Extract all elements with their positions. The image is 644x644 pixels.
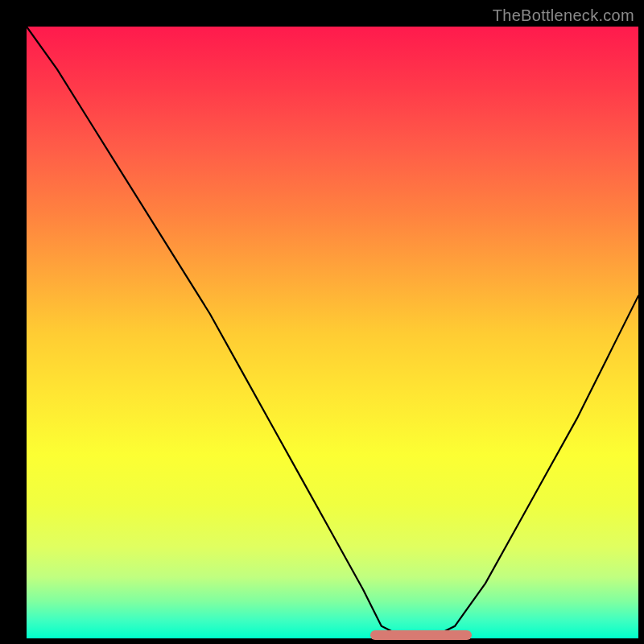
plot-area [27, 27, 638, 638]
flat-region-marker [370, 630, 472, 640]
bottleneck-curve [27, 27, 638, 638]
watermark-text: TheBottleneck.com [493, 6, 634, 25]
